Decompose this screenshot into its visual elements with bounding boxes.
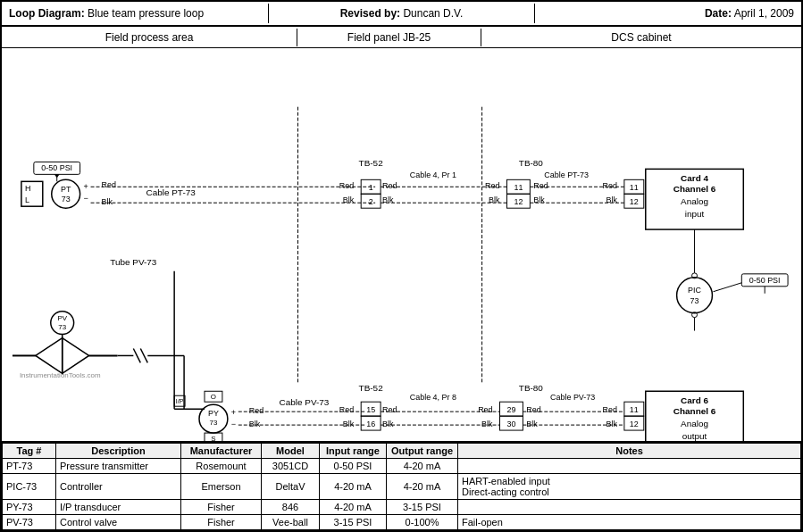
svg-text:73: 73 [62, 195, 71, 204]
svg-text:Cable PV-73: Cable PV-73 [550, 393, 595, 402]
svg-line-75 [133, 348, 140, 362]
table-cell: Vee-ball [262, 515, 320, 530]
table-row: PV-73Control valveFisherVee-ball3-15 PSI… [3, 515, 801, 530]
table-cell: Emerson [181, 474, 262, 500]
table-cell: Fisher [181, 515, 262, 530]
svg-text:12: 12 [630, 420, 639, 428]
table-cell: Controller [56, 474, 181, 500]
svg-text:Red: Red [382, 405, 397, 414]
svg-text:Tube PV-73: Tube PV-73 [110, 257, 157, 267]
col-notes: Notes [458, 444, 801, 459]
table-cell: Control valve [56, 515, 181, 530]
svg-text:Blk: Blk [481, 420, 493, 428]
svg-text:Red: Red [339, 405, 354, 414]
svg-text:Red: Red [102, 180, 116, 189]
svg-text:L: L [25, 195, 29, 204]
table-cell: Fail-open [458, 515, 801, 530]
svg-text:S: S [211, 435, 215, 441]
diagram-area: 0-50 PSI H L PT 73 + − Red Blk Cabl [2, 48, 801, 443]
table-cell: 4-20 mA [320, 500, 387, 515]
col-tag: Tag # [3, 444, 56, 459]
svg-text:Blk: Blk [343, 195, 355, 204]
svg-line-76 [140, 348, 147, 362]
table-row: PT-73Pressure transmitterRosemount3051CD… [3, 459, 801, 474]
svg-text:TB-52: TB-52 [359, 158, 384, 168]
svg-text:11: 11 [514, 183, 523, 192]
table-cell: HART-enabled inputDirect-acting control [458, 474, 801, 500]
table-row: PY-73I/P transducerFisher8464-20 mA3-15 … [3, 500, 801, 515]
svg-marker-5 [54, 174, 60, 178]
loop-diagram-title: Loop Diagram: Blue team pressure loop [2, 4, 269, 23]
svg-text:Blk: Blk [489, 195, 500, 204]
svg-text:Blk: Blk [343, 420, 355, 428]
revised-by: Revised by: Duncan D.V. [269, 4, 536, 23]
svg-text:Red: Red [603, 181, 617, 190]
table-cell: 4-20 mA [320, 474, 387, 500]
svg-text:Red: Red [478, 405, 492, 414]
col-input: Input range [320, 444, 387, 459]
svg-text:H: H [25, 184, 30, 193]
svg-text:Blk: Blk [533, 195, 545, 204]
table-cell: I/P transducer [56, 500, 181, 515]
svg-text:Card 6: Card 6 [681, 395, 708, 405]
svg-text:+: + [231, 408, 236, 417]
table-cell: 4-20 mA [387, 459, 458, 474]
table-cell: 0-100% [387, 515, 458, 530]
table-cell: PY-73 [3, 500, 56, 515]
svg-text:output: output [682, 431, 707, 441]
svg-text:Analog: Analog [681, 196, 708, 206]
svg-text:Channel 6: Channel 6 [673, 184, 716, 194]
table-cell: 4-20 mA [387, 474, 458, 500]
svg-text:30: 30 [506, 420, 515, 428]
svg-text:−: − [84, 194, 88, 203]
svg-text:Cable 4, Pr 1: Cable 4, Pr 1 [410, 170, 456, 179]
svg-text:I/P: I/P [176, 398, 184, 404]
table-cell: PV-73 [3, 515, 56, 530]
svg-text:Cable PT-73: Cable PT-73 [544, 170, 589, 179]
region-labels: Field process area Field panel JB-25 DCS… [2, 27, 801, 48]
svg-text:Red: Red [603, 405, 617, 414]
svg-text:11: 11 [630, 405, 639, 414]
table-cell: 3-15 PSI [320, 515, 387, 530]
table-cell [458, 500, 801, 515]
svg-text:input: input [685, 209, 705, 219]
svg-text:Cable 4, Pr 8: Cable 4, Pr 8 [410, 393, 456, 402]
table-cell: 846 [262, 500, 320, 515]
svg-text:0-50 PSI: 0-50 PSI [41, 163, 72, 172]
svg-text:TB-80: TB-80 [519, 383, 544, 393]
svg-text:Red: Red [533, 181, 548, 190]
table-cell: 3-15 PSI [387, 500, 458, 515]
svg-marker-67 [63, 338, 89, 374]
table-cell: 3051CD [262, 459, 320, 474]
region-panel-label: Field panel JB-25 [297, 29, 481, 46]
svg-text:12: 12 [514, 197, 523, 206]
svg-text:0-50 PSI: 0-50 PSI [749, 276, 781, 285]
header: Loop Diagram: Blue team pressure loop Re… [2, 2, 801, 27]
svg-text:PV: PV [57, 314, 67, 322]
table-cell [458, 459, 801, 474]
svg-text:Red: Red [339, 181, 354, 190]
region-dcs-label: DCS cabinet [481, 29, 801, 46]
svg-text:PIC: PIC [688, 286, 701, 295]
svg-text:−: − [231, 420, 236, 428]
svg-text:TB-80: TB-80 [519, 158, 544, 168]
svg-text:Red: Red [382, 181, 397, 190]
svg-text:Blk: Blk [249, 420, 261, 428]
svg-line-64 [713, 283, 741, 292]
svg-text:Red: Red [526, 405, 540, 414]
svg-text:O: O [211, 393, 216, 401]
svg-text:12: 12 [630, 197, 639, 206]
table-cell: PT-73 [3, 459, 56, 474]
svg-text:Blk: Blk [526, 420, 538, 428]
table-cell: DeltaV [262, 474, 320, 500]
svg-text:Blk: Blk [606, 420, 617, 428]
svg-marker-66 [36, 338, 63, 374]
svg-text:InstrumentationTools.com: InstrumentationTools.com [20, 371, 101, 379]
svg-text:73: 73 [690, 296, 699, 305]
svg-text:Blk: Blk [606, 195, 617, 204]
svg-text:Cable PV-73: Cable PV-73 [280, 397, 330, 407]
svg-text:Channel 6: Channel 6 [673, 406, 716, 416]
svg-text:2: 2 [369, 197, 373, 206]
svg-text:15: 15 [366, 405, 375, 414]
svg-text:Blk: Blk [382, 420, 394, 428]
